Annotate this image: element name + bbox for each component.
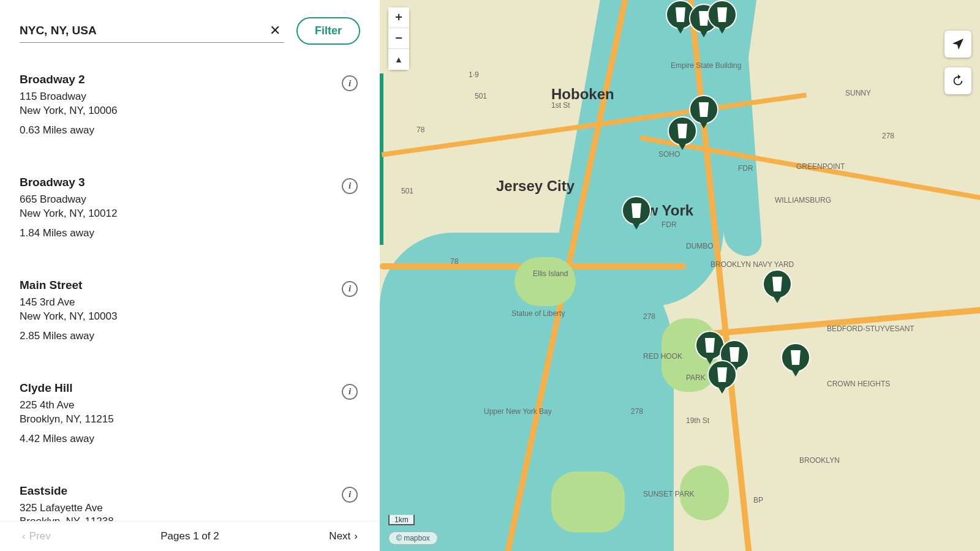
prev-button: ‹ Prev	[22, 530, 51, 542]
location-address: 115 BroadwayNew York, NY, 10006	[20, 90, 360, 118]
cup-icon	[674, 7, 687, 22]
map-pin[interactable]	[707, 0, 738, 37]
map-label: PARK	[686, 373, 706, 382]
cup-icon	[790, 350, 802, 365]
info-button[interactable]: i	[342, 178, 358, 194]
map-park	[551, 471, 625, 533]
map-label: BEDFORD-STUYVESANT	[827, 324, 914, 333]
zoom-in-button[interactable]: +	[388, 7, 409, 28]
next-button[interactable]: Next ›	[329, 530, 358, 542]
map-label: CROWN HEIGHTS	[827, 380, 890, 388]
location-distance: 2.85 Miles away	[20, 330, 360, 342]
map[interactable]: HobokenJersey CityNew YorkEmpire State B…	[380, 0, 980, 551]
location-address: 225 4th AveBrooklyn, NY, 11215	[20, 399, 360, 427]
list-item[interactable]: Main Street 145 3rd AveNew York, NY, 100…	[0, 270, 380, 373]
location-name: Main Street	[20, 279, 360, 292]
filter-button[interactable]: Filter	[296, 17, 360, 45]
map-accent-bar	[380, 73, 383, 245]
map-label: Jersey City	[496, 178, 575, 195]
list-item[interactable]: Eastside 325 Lafayette AveBrooklyn, NY, …	[0, 476, 380, 522]
location-arrow-icon	[951, 37, 965, 51]
location-address: 665 BroadwayNew York, NY, 10012	[20, 193, 360, 221]
cup-icon	[716, 7, 728, 22]
locate-me-button[interactable]	[944, 31, 971, 58]
map-label: Ellis Island	[533, 269, 568, 278]
map-label: SUNSET PARK	[643, 490, 695, 498]
clear-search-button[interactable]: ✕	[266, 23, 284, 39]
location-address: 145 3rd AveNew York, NY, 10003	[20, 296, 360, 324]
cup-icon	[704, 338, 716, 353]
map-label: DUMBO	[686, 242, 714, 250]
map-label: 1st St	[551, 101, 570, 110]
map-label: Empire State Building	[671, 61, 741, 70]
refresh-button[interactable]	[944, 67, 971, 94]
zoom-out-button[interactable]: −	[388, 28, 409, 49]
map-label: Statue of Liberty	[511, 309, 565, 318]
map-park	[514, 257, 576, 306]
refresh-icon	[951, 74, 965, 88]
map-label: 501	[401, 187, 413, 195]
info-button[interactable]: i	[342, 75, 358, 91]
map-attribution: © mapbox	[388, 531, 438, 545]
location-distance: 1.84 Miles away	[20, 227, 360, 239]
map-pin[interactable]	[781, 343, 812, 380]
list-item[interactable]: Broadway 3 665 BroadwayNew York, NY, 100…	[0, 167, 380, 270]
location-name: Clyde Hill	[20, 381, 360, 395]
map-label: WILLIAMSBURG	[775, 196, 831, 204]
map-label: 278	[882, 132, 894, 140]
map-label: FDR	[662, 220, 677, 229]
map-label: 78	[450, 257, 458, 266]
map-label: 19th St	[686, 416, 709, 425]
map-label: BROOKLYN NAVY YARD	[710, 260, 794, 269]
map-pin[interactable]	[707, 360, 738, 397]
search-box: ✕	[20, 19, 284, 43]
sidebar: ✕ Filter Broadway 2 115 BroadwayNew York…	[0, 0, 380, 551]
cup-icon	[771, 277, 783, 291]
location-address: 325 Lafayette AveBrooklyn, NY, 11238	[20, 501, 360, 522]
map-label: Upper New York Bay	[484, 407, 552, 416]
pager: ‹ Prev Pages 1 of 2 Next ›	[0, 521, 380, 551]
map-label: 278	[631, 407, 643, 416]
reset-bearing-button[interactable]: ▲	[388, 49, 409, 70]
map-zoom-control: + − ▲	[388, 7, 409, 70]
map-label: 278	[643, 312, 655, 321]
map-label: Hoboken	[551, 86, 614, 103]
location-name: Eastside	[20, 484, 360, 498]
location-distance: 4.42 Miles away	[20, 433, 360, 445]
location-name: Broadway 3	[20, 176, 360, 189]
info-button[interactable]: i	[342, 281, 358, 297]
pages-label: Pages 1 of 2	[160, 530, 219, 542]
map-label: SUNNY	[845, 89, 871, 97]
location-name: Broadway 2	[20, 73, 360, 86]
location-list: Broadway 2 115 BroadwayNew York, NY, 100…	[0, 52, 380, 521]
list-item[interactable]: Broadway 2 115 BroadwayNew York, NY, 100…	[0, 64, 380, 167]
info-button[interactable]: i	[342, 487, 358, 503]
search-input[interactable]	[20, 24, 266, 37]
map-label: 501	[475, 92, 487, 100]
map-label: RED HOOK	[643, 352, 682, 361]
chevron-right-icon: ›	[354, 530, 358, 542]
cup-icon	[676, 124, 688, 138]
location-distance: 0.63 Miles away	[20, 124, 360, 137]
map-label: BP	[753, 496, 763, 504]
map-label: FDR	[738, 164, 753, 173]
list-item[interactable]: Clyde Hill 225 4th AveBrooklyn, NY, 1121…	[0, 373, 380, 476]
info-button[interactable]: i	[342, 384, 358, 400]
chevron-left-icon: ‹	[22, 530, 26, 542]
map-scale: 1km	[388, 515, 415, 525]
map-pin[interactable]	[622, 196, 652, 233]
map-label: BROOKLYN	[799, 456, 840, 465]
map-label: GREENPOINT	[796, 162, 845, 171]
cup-icon	[698, 102, 710, 117]
map-label: 78	[417, 126, 424, 134]
map-pin[interactable]	[668, 116, 698, 153]
cup-icon	[716, 367, 728, 382]
map-pin[interactable]	[763, 269, 793, 306]
search-row: ✕ Filter	[0, 0, 380, 52]
map-label: 1·9	[469, 70, 479, 79]
cup-icon	[630, 203, 643, 218]
